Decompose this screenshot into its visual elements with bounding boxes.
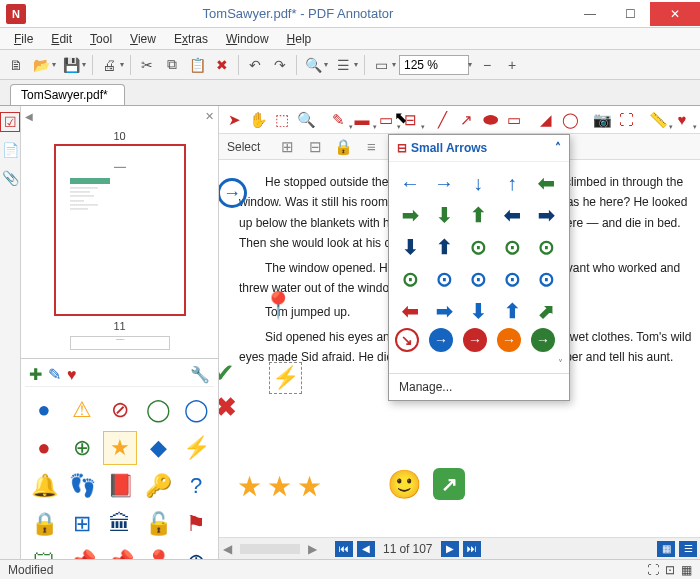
sidebar-close-icon[interactable]: ✕ xyxy=(205,110,214,123)
menu-extras[interactable]: Extras xyxy=(166,30,216,48)
tool-crop[interactable]: ⛶ xyxy=(615,109,637,131)
horizontal-scrollbar[interactable] xyxy=(240,544,300,554)
arrow-up-circle-blue[interactable]: ⊙ xyxy=(531,264,561,294)
stamp-circle[interactable]: ◯ xyxy=(141,393,175,427)
arrow-right-blue[interactable]: → xyxy=(429,168,459,198)
arrow-left-circle-blue[interactable]: ⊙ xyxy=(429,264,459,294)
close-button[interactable]: ✕ xyxy=(650,2,700,26)
menu-edit[interactable]: Edit xyxy=(43,30,80,48)
palette-heart-icon[interactable]: ♥ xyxy=(67,366,77,384)
page-view-dropdown[interactable]: ▾ xyxy=(392,60,396,69)
nav-last-page[interactable]: ⏭ xyxy=(463,541,481,557)
stamp-footprint[interactable]: 👣 xyxy=(65,469,99,503)
arrow-right-circle-blue[interactable]: ⊙ xyxy=(463,264,493,294)
stamp-star-selected[interactable]: ★ xyxy=(103,431,137,465)
arrow-right-solid-dblue[interactable]: ➡ xyxy=(531,200,561,230)
tool-eraser[interactable]: ◢ xyxy=(535,109,557,131)
zoom-in-button[interactable]: + xyxy=(500,53,524,77)
new-button[interactable]: 🗎 xyxy=(4,53,28,77)
stamp-ring[interactable]: ◯ xyxy=(179,393,213,427)
menu-tool[interactable]: Tool xyxy=(82,30,120,48)
open-dropdown[interactable]: ▾ xyxy=(52,60,56,69)
tool-stamp[interactable]: ⊟ xyxy=(399,109,421,131)
annotation-box-arrow[interactable]: ↗ xyxy=(433,468,465,500)
zoom-out-button[interactable]: − xyxy=(475,53,499,77)
find-button[interactable]: 🔍 xyxy=(301,53,325,77)
stamp-bolt[interactable]: ⚡ xyxy=(179,431,213,465)
palette-plus-icon[interactable]: ✚ xyxy=(29,365,42,384)
arrow-left-solid-dblue[interactable]: ⬅ xyxy=(497,200,527,230)
arrow-up-blue[interactable]: ↑ xyxy=(497,168,527,198)
arrow-down-circle-blue[interactable]: ⊙ xyxy=(497,264,527,294)
stamp-shield[interactable]: 🛡 xyxy=(27,545,61,559)
annotation-star-2[interactable]: ★ xyxy=(267,470,292,503)
rail-bookmarks[interactable]: 📄 xyxy=(0,140,20,160)
tool-lasso[interactable]: ◯ xyxy=(559,109,581,131)
layout-dropdown[interactable]: ▾ xyxy=(354,60,358,69)
status-fullscreen-icon[interactable]: ⛶ xyxy=(647,563,659,577)
document-tab[interactable]: TomSawyer.pdf* xyxy=(10,84,125,105)
thumbnail-next[interactable]: ━━━━ xyxy=(70,336,170,350)
tool-text-select[interactable]: ⬚ xyxy=(271,109,293,131)
arrow-left-blue[interactable]: ← xyxy=(395,168,425,198)
stamp-minus[interactable]: ● xyxy=(27,431,61,465)
nav-next-page[interactable]: ▶ xyxy=(441,541,459,557)
arrow-down-solid-blue-2[interactable]: ⬇ xyxy=(463,296,493,326)
stamp-unlock[interactable]: 🔓 xyxy=(141,507,175,541)
redo-button[interactable]: ↷ xyxy=(268,53,292,77)
stamp-pushpin2[interactable]: 📌 xyxy=(103,545,137,559)
stamp-target[interactable]: ⊕ xyxy=(179,545,213,559)
palette-pencil-icon[interactable]: ✎ xyxy=(48,365,61,384)
menu-help[interactable]: Help xyxy=(279,30,320,48)
zoom-dropdown[interactable]: ▾ xyxy=(468,60,472,69)
tool-zoom[interactable]: 🔍 xyxy=(295,109,317,131)
annotation-star-1[interactable]: ★ xyxy=(237,470,262,503)
popup-manage-link[interactable]: Manage... xyxy=(389,373,569,400)
nav-layout-1[interactable]: ▦ xyxy=(657,541,675,557)
rail-attachments[interactable]: 📎 xyxy=(0,168,20,188)
stamp-dot[interactable]: ● xyxy=(27,393,61,427)
thumbnail-current[interactable]: ━━━━ ━━━━━━━━━━━━━━━━━━━━━━━━━━━━━━━━━━━… xyxy=(54,144,186,316)
arrow-right-circle-solid-blue[interactable]: → xyxy=(429,328,453,352)
annotation-pin[interactable]: 📍 xyxy=(262,290,294,321)
stamp-diamond[interactable]: ◆ xyxy=(141,431,175,465)
rail-thumbnails[interactable]: ☑ xyxy=(0,112,20,132)
save-dropdown[interactable]: ▾ xyxy=(82,60,86,69)
page-view-button[interactable]: ▭ xyxy=(369,53,393,77)
maximize-button[interactable]: ☐ xyxy=(610,2,650,26)
arrow-up-solid-dblue[interactable]: ⬆ xyxy=(429,232,459,262)
status-fit-icon[interactable]: ⊡ xyxy=(665,563,675,577)
stamp-location[interactable]: 📍 xyxy=(141,545,175,559)
open-button[interactable]: 📂 xyxy=(29,53,53,77)
arrow-up-outline-green[interactable]: ⊙ xyxy=(395,264,425,294)
paste-button[interactable]: 📋 xyxy=(185,53,209,77)
popup-collapse-icon[interactable]: ˄ xyxy=(555,141,561,155)
status-grid-icon[interactable]: ▦ xyxy=(681,563,692,577)
tool-line[interactable]: ╱ xyxy=(431,109,453,131)
stamp-question[interactable]: ? xyxy=(179,469,213,503)
arrow-up-solid-blue-2[interactable]: ⬆ xyxy=(497,296,527,326)
annotation-check[interactable]: ✔ xyxy=(219,358,235,389)
find-dropdown[interactable]: ▾ xyxy=(324,60,328,69)
nav-layout-2[interactable]: ☰ xyxy=(679,541,697,557)
undo-button[interactable]: ↶ xyxy=(243,53,267,77)
stamp-pushpin[interactable]: 📌 xyxy=(65,545,99,559)
tool-pen[interactable]: ✎ xyxy=(327,109,349,131)
print-dropdown[interactable]: ▾ xyxy=(120,60,124,69)
print-button[interactable]: 🖨 xyxy=(97,53,121,77)
nav-scroll-right[interactable]: ▶ xyxy=(308,542,317,556)
save-button[interactable]: 💾 xyxy=(59,53,83,77)
stamp-building[interactable]: 🏛 xyxy=(103,507,137,541)
menu-window[interactable]: Window xyxy=(218,30,277,48)
arrow-left-outline-green[interactable]: ⊙ xyxy=(463,232,493,262)
copy-button[interactable]: ⧉ xyxy=(160,53,184,77)
tool-pan[interactable]: ✋ xyxy=(247,109,269,131)
stamp-warning[interactable]: ⚠ xyxy=(65,393,99,427)
tool-pointer[interactable]: ➤ xyxy=(223,109,245,131)
stamp-plus-circle[interactable]: ⊕ xyxy=(65,431,99,465)
menu-view[interactable]: View xyxy=(122,30,164,48)
select-all-icon[interactable]: ⊞ xyxy=(276,136,298,158)
arrow-left-circle-green[interactable]: ⬅ xyxy=(531,168,561,198)
nav-first-page[interactable]: ⏮ xyxy=(335,541,353,557)
stamp-lock[interactable]: 🔒 xyxy=(27,507,61,541)
